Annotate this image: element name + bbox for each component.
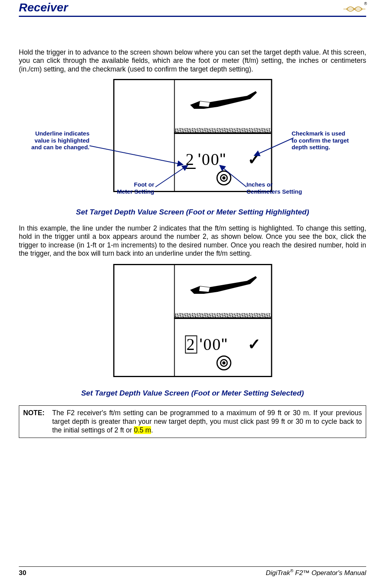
depth-readout: 2 ' 00 " bbox=[185, 150, 226, 169]
highlighted-value: 0.5 m bbox=[134, 426, 151, 434]
depth-readout-2: 2 ' 00 " bbox=[185, 335, 228, 354]
figure-2-caption: Set Target Depth Value Screen (Foot or M… bbox=[19, 389, 366, 397]
screen-vertical-divider-2 bbox=[174, 265, 175, 376]
figure-2: 2 ' 00 " ✓ bbox=[19, 264, 366, 382]
target-icon bbox=[216, 170, 231, 185]
device-screen-2: 2 ' 00 " ✓ bbox=[113, 264, 272, 377]
inches-mark: " bbox=[220, 150, 226, 169]
page-number: 30 bbox=[19, 569, 26, 577]
manual-title: DigiTrak® F2™ Operator's Manual bbox=[266, 569, 366, 577]
feet-value-boxed: 2 bbox=[185, 335, 197, 354]
feet-value-underlined: 2 bbox=[185, 152, 195, 169]
inches-value-2: 00 bbox=[203, 335, 221, 354]
note-box: NOTE: The F2 receiver's ft/m setting can… bbox=[19, 405, 366, 438]
company-logo: ® bbox=[343, 4, 366, 14]
section-title: Receiver bbox=[19, 1, 68, 14]
figure-1: 2 ' 00 " ✓ Underline indicates value is … bbox=[19, 79, 366, 201]
callout-foot-meter: Foot or Meter Setting bbox=[72, 181, 154, 195]
drill-head-icon-2 bbox=[188, 272, 259, 302]
drill-head-icon bbox=[188, 87, 259, 117]
inches-mark-2: " bbox=[221, 335, 228, 354]
paragraph-1: Hold the trigger in to advance to the sc… bbox=[19, 48, 366, 73]
figure-1-caption: Set Target Depth Value Screen (Foot or M… bbox=[19, 208, 366, 216]
note-label: NOTE: bbox=[23, 409, 52, 434]
callout-checkmark: Checkmark is used to confirm the target … bbox=[292, 130, 378, 151]
callout-inches: Inches or Centimeters Setting bbox=[246, 181, 333, 195]
checkmark-icon: ✓ bbox=[248, 150, 261, 168]
page-header: Receiver ® bbox=[19, 0, 366, 14]
device-screen-1: 2 ' 00 " ✓ bbox=[113, 79, 272, 192]
ground-grass-2 bbox=[174, 313, 271, 317]
target-icon-2 bbox=[216, 355, 231, 370]
page-footer: 30 DigiTrak® F2™ Operator's Manual bbox=[19, 566, 366, 577]
note-text: The F2 receiver's ft/m setting can be pr… bbox=[52, 409, 362, 434]
checkmark-icon-2: ✓ bbox=[248, 335, 261, 353]
footer-rule bbox=[19, 566, 366, 567]
callout-underline: Underline indicates value is highlighted… bbox=[7, 130, 89, 151]
ground-line-2 bbox=[174, 317, 271, 319]
inches-value: 00 bbox=[202, 150, 220, 169]
screen-vertical-divider bbox=[174, 80, 175, 191]
feet-mark: ' bbox=[198, 150, 202, 169]
ground-grass bbox=[174, 128, 271, 132]
feet-mark-2: ' bbox=[199, 335, 203, 354]
trademark-symbol: ® bbox=[364, 2, 367, 6]
ground-line bbox=[174, 132, 271, 134]
paragraph-2: In this example, the line under the numb… bbox=[19, 224, 366, 258]
